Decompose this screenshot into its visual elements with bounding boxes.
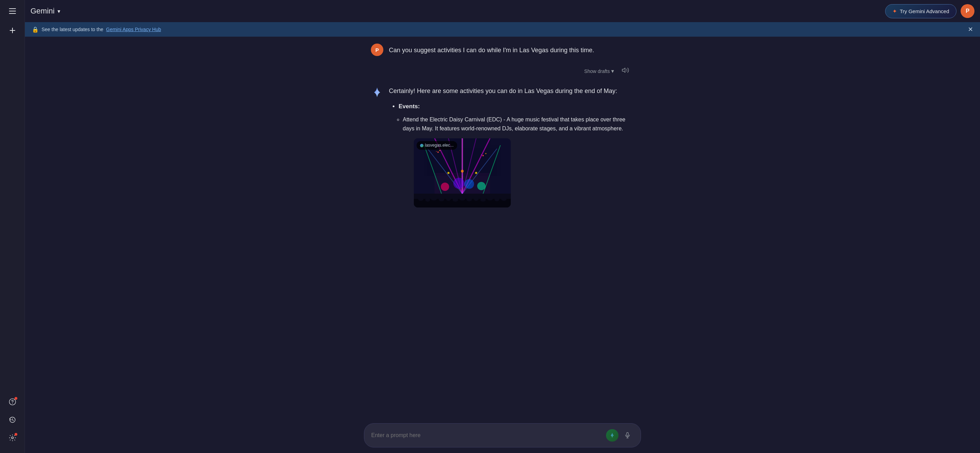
main-content: Gemini ▾ ✦ Try Gemini Advanced P 🔒 See t…: [25, 0, 980, 453]
user-avatar[interactable]: P: [961, 4, 974, 18]
title-dropdown-icon[interactable]: ▾: [57, 8, 60, 14]
svg-point-29: [439, 198, 444, 201]
response-controls: Show drafts ▾: [371, 64, 634, 78]
svg-point-38: [501, 197, 507, 201]
prompt-input[interactable]: [371, 432, 602, 439]
settings-notification-dot: [14, 433, 18, 436]
svg-point-28: [431, 196, 437, 201]
svg-point-31: [453, 198, 458, 201]
chat-area: P Can you suggest activities I can do wh…: [25, 36, 980, 419]
svg-point-1: [12, 403, 13, 404]
ai-intro-text: Certainly! Here are some activities you …: [389, 86, 634, 96]
edc-text: Attend the Electric Daisy Carnival (EDC)…: [403, 117, 625, 131]
try-advanced-button[interactable]: ✦ Try Gemini Advanced: [885, 4, 956, 18]
header-right: ✦ Try Gemini Advanced P: [885, 4, 974, 18]
sidebar-top: [6, 4, 19, 37]
svg-point-20: [481, 155, 482, 155]
gemini-star-icon: [371, 86, 383, 98]
svg-point-35: [480, 198, 486, 201]
new-chat-button[interactable]: [6, 24, 19, 37]
svg-point-33: [466, 198, 472, 201]
banner-content: 🔒 See the latest updates to the Gemini A…: [32, 26, 161, 33]
new-chat-icon: [8, 26, 17, 35]
svg-point-23: [465, 179, 474, 189]
history-icon: [9, 416, 16, 424]
volume-icon: [622, 67, 629, 74]
svg-point-30: [446, 197, 451, 201]
send-button[interactable]: [606, 429, 619, 442]
banner-info-icon: 🔒: [32, 26, 39, 33]
chevron-down-icon: ▾: [611, 68, 614, 74]
ai-response-content: Certainly! Here are some activities you …: [389, 86, 634, 212]
banner-link[interactable]: Gemini Apps Privacy Hub: [106, 27, 161, 32]
settings-button[interactable]: [6, 431, 19, 445]
app-title: Gemini: [30, 6, 55, 16]
input-actions: [606, 429, 634, 442]
banner: 🔒 See the latest updates to the Gemini A…: [25, 22, 980, 36]
svg-point-17: [436, 151, 437, 152]
gemini-send-icon: [609, 432, 616, 439]
history-button[interactable]: [6, 413, 19, 427]
edc-item: Attend the Electric Daisy Carnival (EDC)…: [403, 115, 634, 207]
hamburger-icon: [9, 8, 16, 14]
svg-point-34: [474, 197, 479, 201]
spark-icon: ✦: [892, 8, 897, 14]
sidebar-bottom: [6, 395, 19, 449]
svg-point-2: [11, 437, 13, 439]
try-advanced-label: Try Gemini Advanced: [900, 8, 949, 14]
banner-text-prefix: See the latest updates to the: [41, 27, 103, 32]
sidebar: [0, 0, 25, 453]
microphone-icon: [624, 432, 631, 439]
image-source-badge: lasvegas.elec...: [417, 141, 457, 150]
user-message-text: Can you suggest activities I can do whil…: [389, 44, 594, 55]
header: Gemini ▾ ✦ Try Gemini Advanced P: [25, 0, 980, 22]
microphone-button[interactable]: [621, 429, 634, 442]
svg-point-26: [418, 197, 423, 201]
user-message-avatar: P: [371, 44, 383, 56]
svg-point-37: [495, 198, 500, 201]
svg-point-41: [475, 172, 477, 174]
svg-point-21: [441, 182, 449, 191]
svg-point-36: [487, 196, 493, 201]
help-button[interactable]: [6, 395, 19, 409]
festival-image: lasvegas.elec...: [414, 138, 511, 207]
user-message: P Can you suggest activities I can do wh…: [371, 44, 634, 56]
volume-button[interactable]: [619, 64, 631, 78]
notification-dot: [14, 397, 18, 400]
svg-point-16: [439, 150, 441, 151]
svg-point-32: [459, 196, 465, 201]
festival-image-card[interactable]: lasvegas.elec...: [414, 138, 511, 207]
svg-point-15: [438, 152, 439, 153]
show-drafts-label: Show drafts: [584, 68, 610, 74]
svg-point-24: [477, 182, 485, 190]
events-sub-list: Attend the Electric Daisy Carnival (EDC)…: [391, 115, 634, 207]
svg-point-18: [482, 155, 484, 156]
events-list: Events: Attend the Electric Daisy Carniv…: [391, 102, 634, 207]
gemini-logo: [372, 87, 383, 98]
banner-close-button[interactable]: ✕: [968, 25, 973, 33]
ai-message: Certainly! Here are some activities you …: [371, 86, 634, 212]
input-container: [364, 423, 641, 447]
svg-point-22: [453, 178, 465, 189]
events-title: Events:: [399, 102, 634, 111]
show-drafts-button[interactable]: Show drafts ▾: [581, 66, 617, 76]
svg-rect-42: [627, 432, 628, 436]
menu-button[interactable]: [6, 4, 19, 18]
svg-point-27: [425, 198, 430, 201]
chat-container: P Can you suggest activities I can do wh…: [364, 44, 641, 212]
svg-point-19: [485, 153, 487, 154]
svg-point-40: [461, 170, 464, 173]
svg-point-39: [447, 172, 450, 174]
input-area: [25, 419, 980, 453]
source-dot: [420, 144, 423, 147]
image-source-text: lasvegas.elec...: [425, 142, 453, 149]
header-left: Gemini ▾: [30, 6, 60, 16]
